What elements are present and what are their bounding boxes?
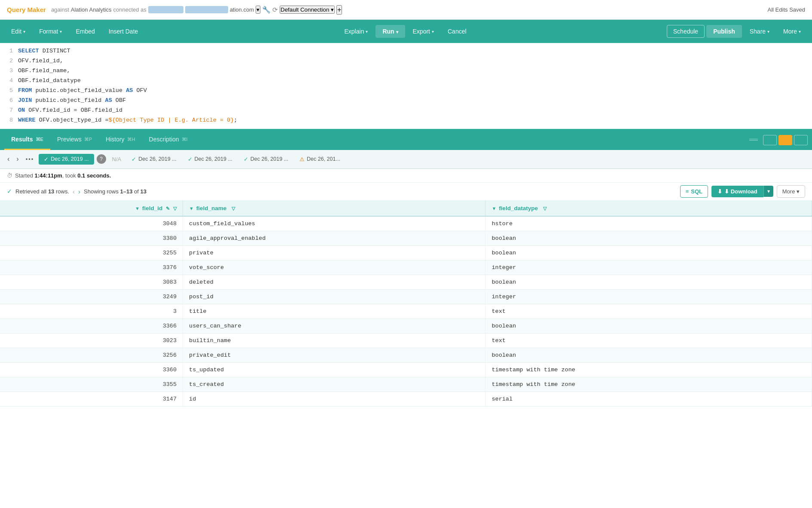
table-row: 3147idserial xyxy=(0,392,812,406)
table-row: 3380agile_approval_enabledboolean xyxy=(0,231,812,245)
editor-line: 7ON OFV.field_id = OBF.field_id xyxy=(5,106,807,116)
cell-field-name: private xyxy=(183,245,485,260)
filter-col-icon[interactable]: ▽ xyxy=(173,206,177,211)
code-editor[interactable]: 1SELECT DISTINCT2OFV.field_id,3OBF.field… xyxy=(0,43,812,130)
run-button[interactable]: Run ▾ xyxy=(375,25,405,38)
history-tab-5[interactable]: ⚠ Dec 26, 201... xyxy=(295,154,345,165)
cell-field-name: agile_approval_enabled xyxy=(183,231,485,245)
code-content: FROM public.object_field_value AS OFV xyxy=(18,86,147,96)
line-number: 1 xyxy=(5,46,13,56)
more-results-btn[interactable]: More ▾ xyxy=(777,185,805,198)
code-token: SELECT xyxy=(18,48,39,54)
editor-line: 4OBF.field_datatype xyxy=(5,76,807,86)
cell-field-datatype: serial xyxy=(485,392,812,406)
cell-field-id: 3256 xyxy=(0,348,183,362)
more-button[interactable]: More ▾ xyxy=(777,25,807,38)
cell-field-name: ts_created xyxy=(183,377,485,392)
domain-label: ation.com xyxy=(230,6,254,13)
filter-field-datatype-icon[interactable]: ▽ xyxy=(543,206,546,211)
download-caret-btn[interactable]: ▾ xyxy=(763,186,773,197)
explain-button[interactable]: Explain ▾ xyxy=(339,25,374,38)
cell-field-id: 3023 xyxy=(0,333,183,348)
refresh-icon[interactable]: ⟳ xyxy=(272,6,278,14)
cell-field-id: 3147 xyxy=(0,392,183,406)
embed-button[interactable]: Embed xyxy=(70,25,101,38)
description-shortcut: ⌘I xyxy=(182,137,188,142)
status-bar: ⏱ Started 1:44:11pm, took 0.1 seconds. xyxy=(0,169,812,183)
col-field-name[interactable]: ▼ field_name ▽ xyxy=(183,201,485,216)
table-row: 3366users_can_shareboolean xyxy=(0,318,812,333)
started-label: Started 1:44:11pm, took 0.1 seconds. xyxy=(15,172,111,179)
tab-previews[interactable]: Previews ⌘P xyxy=(50,130,99,150)
code-content: WHERE OFV.object_type_id =${Object Type … xyxy=(18,116,237,125)
cell-field-datatype: integer xyxy=(485,260,812,275)
view-icon-3[interactable] xyxy=(794,135,808,145)
line-number: 2 xyxy=(5,56,13,66)
publish-button[interactable]: Publish xyxy=(706,25,742,38)
code-token: JOIN xyxy=(18,97,32,104)
cell-field-id: 3048 xyxy=(0,216,183,231)
cancel-button[interactable]: Cancel xyxy=(442,25,473,38)
line-number: 7 xyxy=(5,106,13,116)
code-token: ; xyxy=(234,117,237,123)
edit-button[interactable]: Edit ▾ xyxy=(5,25,31,38)
tab-results[interactable]: Results ⌘E xyxy=(4,130,50,150)
download-button[interactable]: ⬇ ⬇ Download xyxy=(711,186,763,197)
code-content: OBF.field_datatype xyxy=(18,76,81,86)
cell-field-name: ts_updated xyxy=(183,362,485,377)
editor-line: 8WHERE OFV.object_type_id =${Object Type… xyxy=(5,116,807,125)
history-tab-3[interactable]: ✓ Dec 26, 2019 ... xyxy=(183,154,237,165)
col-field-id[interactable]: ▼ field_id ✎ ▽ xyxy=(0,201,183,216)
history-tab-4[interactable]: ✓ Dec 26, 2019 ... xyxy=(239,154,293,165)
brand-label: Query Maker xyxy=(7,6,46,13)
code-content: SELECT DISTINCT xyxy=(18,46,70,56)
editor-line: 3OBF.field_name, xyxy=(5,66,807,76)
history-prev-btn[interactable]: ‹ xyxy=(5,154,12,164)
wrench-icon[interactable]: 🔧 xyxy=(262,6,271,14)
tab-history[interactable]: History ⌘H xyxy=(99,130,142,150)
retrieved-check-icon: ✓ xyxy=(7,188,12,195)
format-label: Format xyxy=(39,28,58,35)
share-button[interactable]: Share ▾ xyxy=(744,25,775,38)
results-tabs: Results ⌘E Previews ⌘P History ⌘H Descri… xyxy=(0,130,812,150)
history-tab-2[interactable]: ✓ Dec 26, 2019 ... xyxy=(127,154,180,165)
cell-field-datatype: boolean xyxy=(485,318,812,333)
insert-date-button[interactable]: Insert Date xyxy=(103,25,144,38)
rows-prev-btn[interactable]: ‹ xyxy=(73,188,75,195)
history-tab-active[interactable]: ✓ Dec 26, 2019 ... xyxy=(39,154,94,165)
edit-col-icon[interactable]: ✎ xyxy=(166,206,170,211)
code-token: OBF.field_name, xyxy=(18,67,70,74)
drag-handle[interactable] xyxy=(749,139,758,141)
sql-button[interactable]: ≡ SQL xyxy=(680,185,708,198)
cell-field-id: 3376 xyxy=(0,260,183,275)
cell-field-name: builtin_name xyxy=(183,333,485,348)
format-button[interactable]: Format ▾ xyxy=(33,25,68,38)
schedule-button[interactable]: Schedule xyxy=(667,25,705,38)
active-run-label: Dec 26, 2019 ... xyxy=(51,156,89,162)
table-row: 3256private_editboolean xyxy=(0,348,812,362)
history-question-btn[interactable]: ? xyxy=(97,154,106,164)
history-next-btn[interactable]: › xyxy=(14,154,21,164)
default-connection-btn[interactable]: Default Connection ▾ xyxy=(280,6,335,14)
tab-description[interactable]: Description ⌘I xyxy=(142,130,195,150)
table-row: 3249post_idinteger xyxy=(0,289,812,304)
more-label: More xyxy=(783,28,797,35)
connection-name: Alation Analytics xyxy=(71,6,112,13)
insert-date-label: Insert Date xyxy=(109,28,138,35)
rows-next-btn[interactable]: › xyxy=(78,188,80,195)
code-token: FROM xyxy=(18,87,32,94)
domain-dropdown-btn[interactable]: ▾ xyxy=(256,6,260,14)
top-bar-right: All Edits Saved xyxy=(768,6,805,13)
col-field-datatype[interactable]: ▼ field_datatype ▽ xyxy=(485,201,812,216)
view-icon-1[interactable] xyxy=(763,135,777,145)
connected-as-label: connected as xyxy=(113,6,146,13)
export-button[interactable]: Export ▾ xyxy=(407,25,440,38)
view-icon-2[interactable] xyxy=(778,135,792,145)
sort-icon-field-id: ▼ xyxy=(135,206,140,211)
history-more-btn[interactable]: ••• xyxy=(24,155,37,163)
filter-field-name-icon[interactable]: ▽ xyxy=(232,206,235,211)
add-connection-btn[interactable]: + xyxy=(336,5,342,15)
cell-field-name: post_id xyxy=(183,289,485,304)
code-token: ${Object Type ID | E.g. Article = 0} xyxy=(109,117,234,123)
table-row: 3360ts_updatedtimestamp with time zone xyxy=(0,362,812,377)
